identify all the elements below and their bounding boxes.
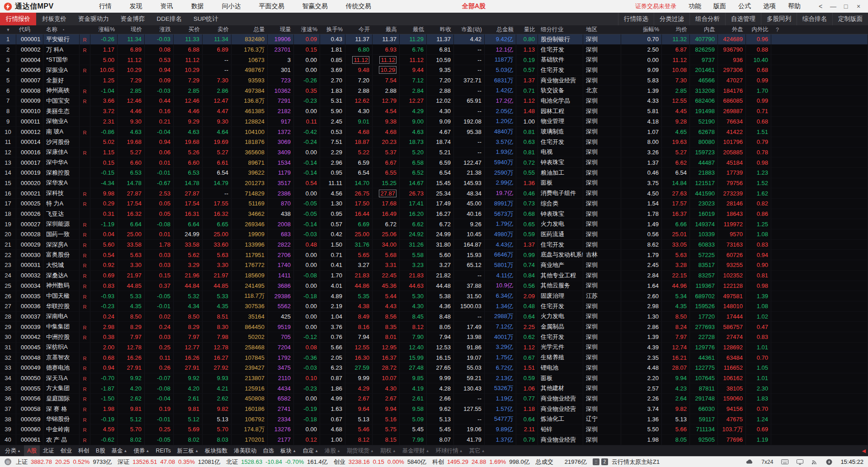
col-header-lb[interactable]: 量比 <box>516 25 538 34</box>
stock-row-000017[interactable]: 13000017深中华A0.156.600.016.606.6189671153… <box>0 157 868 168</box>
col-header-avg[interactable]: 均价 <box>662 25 690 34</box>
scroll-left-icon[interactable]: ◀ <box>862 445 866 456</box>
index-上证[interactable]: 上证3882.7820.250.52%9733亿 <box>16 458 112 466</box>
col-header-outer[interactable]: 外盘 <box>718 25 746 34</box>
menu-数据[interactable]: 数据 <box>191 2 204 10</box>
col-header-cur[interactable]: 现量 <box>268 25 294 34</box>
maximize-icon[interactable]: □ <box>840 1 852 11</box>
col-header-ask[interactable]: 卖价 <box>203 25 231 34</box>
stock-row-000014[interactable]: 11000014沙河股份5.0219.680.9419.6819.6918187… <box>0 137 868 148</box>
tab-资金驱动力[interactable]: 资金驱动力 <box>72 13 115 25</box>
col-header-bid[interactable]: 买价 <box>174 25 203 34</box>
col-header-prev[interactable]: 昨收 <box>427 25 454 34</box>
stock-row-000032[interactable]: 24000032深桑达AR0.6921.970.1521.9621.971856… <box>0 271 868 281</box>
col-header-amp[interactable]: 振幅% <box>621 25 662 34</box>
col-header-speed[interactable]: 涨速% <box>294 25 320 34</box>
stock-row-000028[interactable]: 20000028国药一致R0.0425.000.0124.9925.001990… <box>0 229 868 240</box>
menu-智赢交易[interactable]: 智赢交易 <box>302 2 328 10</box>
monitor-icon[interactable] <box>797 459 803 465</box>
stock-row-000050[interactable]: 34000050深天马AR-0.709.92-0.079.929.9321380… <box>0 373 868 384</box>
tool-定制版面[interactable]: 定制版面 <box>832 13 868 25</box>
stock-row-000007[interactable]: 5000007全新好1.257.290.097.297.3093593723-0… <box>0 76 868 86</box>
stock-row-000019[interactable]: 14000019深粮控股-0.156.53-0.016.536.54396221… <box>0 168 868 178</box>
market-status-icon[interactable]: ◎ <box>5 458 11 465</box>
market-tab-科创[interactable]: 科创 <box>75 445 93 456</box>
stock-row-000048[interactable]: 32000048京基智农R0.6816.260.1116.2616.271078… <box>0 353 868 363</box>
menu-功能[interactable]: 功能 <box>689 2 701 10</box>
stock-row-000059[interactable]: 38000059华锦股份R-0.195.12-0.015.125.1310679… <box>0 414 868 424</box>
menu-问小达[interactable]: 问小达 <box>222 2 241 10</box>
stock-row-000006[interactable]: 4000006深振业AR10.0510.290.9410.29--4987673… <box>0 65 868 76</box>
menu-资讯[interactable]: 资讯 <box>160 2 173 10</box>
market-tab-创业[interactable]: 创业 <box>57 445 75 456</box>
market-tab-其它[interactable]: 其它▲ <box>466 445 488 456</box>
col-header-pct[interactable]: 涨幅% <box>90 25 118 34</box>
login-status-link[interactable]: 证券交易未登录 <box>635 2 676 10</box>
stock-row-000042[interactable]: 30000042中洲控股R0.387.970.037.977.985020270… <box>0 332 868 343</box>
col-header-open[interactable]: 今开 <box>345 25 373 34</box>
market-tab-新三板[interactable]: 新三板▲ <box>174 445 202 456</box>
lightning-icon[interactable] <box>826 459 832 465</box>
menu-传统交易[interactable]: 传统交易 <box>346 2 371 10</box>
collapse-icon[interactable]: < <box>815 1 826 11</box>
index-深证[interactable]: 深证13526.5147.080.35%12081亿 <box>118 458 220 466</box>
stock-row-000030[interactable]: 22000030富奥股份R0.545.630.035.625.631179512… <box>0 250 868 260</box>
market-tab-期权[interactable]: 期权▲ <box>377 445 399 456</box>
stock-row-000010[interactable]: 8000010美丽生态3.724.460.164.464.47461385218… <box>0 106 868 117</box>
col-header-turn[interactable]: 换手% <box>320 25 345 34</box>
keyboard-icon[interactable] <box>781 459 788 464</box>
col-header-r[interactable] <box>80 25 90 34</box>
close-icon[interactable]: × <box>853 1 864 11</box>
tool-多股同列[interactable]: 多股同列 <box>761 13 797 25</box>
market-tab-分类[interactable]: 分类▲ <box>2 445 24 456</box>
tab-资金博弈[interactable]: 资金博弈 <box>115 13 151 25</box>
stock-row-000037[interactable]: 28000037深南电A0.248.500.028.508.5135164425… <box>0 312 868 322</box>
stock-row-000036[interactable]: 27000036华联控股R-0.234.35-0.014.344.3530753… <box>0 301 868 312</box>
notification-count-badge[interactable]: 2 <box>601 458 608 465</box>
index-创业[interactable]: 创业3238.160.150.00%5840亿 <box>334 458 426 466</box>
market-tab-环球行情[interactable]: 环球行情▲ <box>433 445 466 456</box>
market-tab-自选[interactable]: 自选 <box>259 445 277 456</box>
tool-综合排名[interactable]: 综合排名 <box>797 13 832 25</box>
market-tab-期货现货[interactable]: 期货现货▲ <box>344 445 377 456</box>
stock-row-000039[interactable]: 29000039中集集团R2.988.290.248.298.308644509… <box>0 322 868 332</box>
market-tab-板块指数[interactable]: 板块指数 <box>202 445 231 456</box>
market-tab-A股[interactable]: A股 <box>24 445 40 456</box>
market-tab-自定[interactable]: 自定▲ <box>299 445 321 456</box>
tool-组合分析[interactable]: 组合分析 <box>689 13 725 25</box>
col-header-amount[interactable]: 总金额 <box>485 25 516 34</box>
market-tab-REITs[interactable]: REITs <box>152 445 174 456</box>
col-header-low[interactable]: 最低 <box>400 25 427 34</box>
stock-row-000055[interactable]: 35000055方大集团R-1.874.20-0.084.204.2112591… <box>0 383 868 394</box>
tab-封板竞价[interactable]: 封板竞价 <box>36 13 72 25</box>
col-header-ratio[interactable]: 内外比 <box>746 25 771 34</box>
col-header-high[interactable]: 最高 <box>373 25 400 34</box>
stock-row-000012[interactable]: 10000012南 玻AR-0.864.63-0.044.634.6410410… <box>0 127 868 137</box>
minimize-icon[interactable]: — <box>827 1 839 11</box>
stock-row-000034[interactable]: 25000034神州数码R0.8344.850.3744.8444.852414… <box>0 281 868 291</box>
stock-row-000008[interactable]: 6000008神州高铁R-1.042.85-0.032.852.86497384… <box>0 86 868 96</box>
stock-row-000021[interactable]: 16000021深科技R9.9827.872.5327.87--71482923… <box>0 188 868 199</box>
stock-row-000002[interactable]: 2000002万 科AR1.176.890.086.886.89176.3万23… <box>0 45 868 55</box>
link-status-icon[interactable]: :: <box>593 458 599 465</box>
stock-row-000061[interactable]: 40000061农 产 品R-0.628.02-0.058.028.031702… <box>0 435 868 445</box>
market-tab-基金理财[interactable]: 基金理财▲ <box>399 445 433 456</box>
col-header-idx[interactable]: ▼ <box>0 25 16 34</box>
col-header-code[interactable]: 代码 <box>16 25 43 34</box>
stock-row-000056[interactable]: 36000056皇庭国际R-1.502.62-0.042.612.6245080… <box>0 394 868 404</box>
market-tab-债券[interactable]: 债券▲ <box>131 445 153 456</box>
market-tab-基金[interactable]: 基金▲ <box>108 445 131 456</box>
menu-发现[interactable]: 发现 <box>130 2 142 10</box>
market-tab-港美联动[interactable]: 港美联动 <box>231 445 259 456</box>
tool-行情筛选[interactable]: 行情筛选 <box>618 13 654 25</box>
stock-row-000020[interactable]: 15000020深华发A-4.3414.78-0.6714.7814.79201… <box>0 178 868 189</box>
stock-row-000029[interactable]: 21000029深深房AR5.6033.581.7833.5833.601339… <box>0 240 868 250</box>
stock-row-000001[interactable]: 1000001平安银行R-0.2611.34-0.0311.3311.34832… <box>0 34 868 45</box>
stock-row-000026[interactable]: 18000026飞亚达0.3116.320.0516.3116.32346624… <box>0 209 868 219</box>
stock-row-000049[interactable]: 33000049德赛电池R0.9427.910.2627.9127.922394… <box>0 363 868 373</box>
menu-选项[interactable]: 选项 <box>763 2 776 10</box>
stock-row-000035[interactable]: 26000035中国天楹R-0.935.33-0.055.325.33118.7… <box>0 291 868 301</box>
market-tab-板块[interactable]: 板块▲ <box>277 445 299 456</box>
satellite-icon[interactable] <box>811 459 818 465</box>
col-header-pe[interactable]: 市盈(动) <box>454 25 485 34</box>
